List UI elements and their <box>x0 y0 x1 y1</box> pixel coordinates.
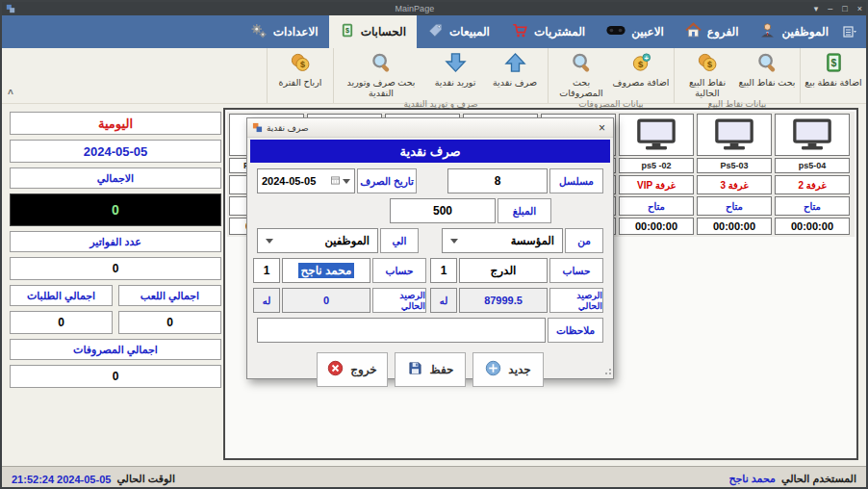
chevron-down-icon <box>343 179 350 184</box>
window-list-icon[interactable] <box>839 15 860 48</box>
expenses-total-label: اجمالي المصروفات <box>10 339 221 360</box>
exit-button-label: خروج <box>350 363 377 376</box>
station-name: Ps5-03 <box>697 158 772 173</box>
station-card[interactable]: ps5-04 غرفة 2 متاح 00:00:00 <box>775 114 850 235</box>
exit-button[interactable]: خروج <box>317 352 388 387</box>
current-time-group: الوقت الحالي 2024-05-05 21:52:24 <box>12 473 175 485</box>
svg-text:$: $ <box>706 60 711 69</box>
tab-players[interactable]: الاعبين <box>596 15 675 48</box>
station-name: ps5-04 <box>775 158 850 173</box>
from-combobox[interactable]: المؤسسة <box>442 228 563 253</box>
station-timer: 00:00:00 <box>775 218 850 235</box>
from-label: من <box>565 228 603 253</box>
total-value-display: 0 <box>10 193 221 226</box>
orders-total-label: اجمالي الطلبات <box>10 285 113 306</box>
arrow-down-icon <box>445 51 467 77</box>
from-account-field[interactable]: الدرج <box>459 258 548 283</box>
save-button-label: حفظ <box>430 363 454 376</box>
minimize-button[interactable]: – <box>828 2 832 15</box>
ribbon-item-search-pos[interactable]: بحث نقاط البيع <box>737 48 797 89</box>
station-status: متاح <box>619 196 694 216</box>
gamepad-icon <box>606 24 625 39</box>
to-combobox[interactable]: الموظفين <box>257 228 378 253</box>
home-icon <box>685 22 702 41</box>
current-user-group: المستخدم الحالي محمد ناجح <box>728 473 856 485</box>
total-label: الاجمالي <box>10 167 221 189</box>
monitor-icon <box>619 114 694 156</box>
station-name: ps5 -02 <box>619 158 694 173</box>
to-account-number[interactable]: 1 <box>253 258 280 283</box>
tab-employees[interactable]: الموظفين <box>749 15 839 48</box>
ribbon-item-add-expense[interactable]: $+ اضافة مصروف <box>611 48 671 89</box>
search-icon <box>370 51 393 77</box>
dialog-close-icon[interactable]: × <box>596 122 608 134</box>
save-button[interactable]: حفظ <box>395 352 466 387</box>
daily-title: اليومية <box>10 112 221 135</box>
serial-field[interactable]: 8 <box>447 168 548 193</box>
new-button[interactable]: جديد <box>472 352 544 387</box>
monitor-icon <box>775 114 850 156</box>
titlebar-menu-caret[interactable]: ▾ <box>814 2 819 15</box>
ribbon-item-cash-in[interactable]: توريد نقدية <box>425 48 485 89</box>
tab-branches[interactable]: الفروع <box>675 15 750 48</box>
resize-grip[interactable] <box>603 369 611 376</box>
dialog-icon <box>252 122 263 133</box>
amount-field[interactable]: 500 <box>390 198 496 223</box>
dialog-title-bar: صرف نقدية × <box>247 118 613 138</box>
close-button[interactable]: × <box>857 2 862 15</box>
ribbon-item-current-pos[interactable]: $ نقاط البيع الحالية <box>677 48 737 99</box>
ribbon-group-caption: صرف و توريد النقدية <box>337 99 545 109</box>
from-account-label: حساب <box>549 258 603 283</box>
tab-accounts-label: الحسابات <box>361 25 406 39</box>
station-card[interactable]: ps5 -02 غرفة VIP متاح 00:00:00 <box>619 114 694 235</box>
station-status: متاح <box>697 196 772 216</box>
tab-branches-label: الفروع <box>707 25 739 39</box>
title-bar: MainPage ▾ – □ × <box>2 2 866 15</box>
cart-icon <box>511 22 528 41</box>
ribbon-item-search-cash[interactable]: بحث صرف وتوريد النقدية <box>337 48 425 99</box>
tab-settings[interactable]: الاعدادات <box>240 15 329 48</box>
station-room: غرفة VIP <box>619 175 694 194</box>
ribbon-item-label: اضافة نقطة بيع <box>804 78 861 89</box>
from-balance-value: 87999.5 <box>459 288 548 313</box>
svg-text:$: $ <box>299 60 304 69</box>
current-time-label: الوقت الحالي <box>116 473 175 485</box>
arrow-up-icon <box>504 51 526 77</box>
amount-label: المبلغ <box>498 198 551 223</box>
save-icon <box>407 360 423 379</box>
tab-sales[interactable]: المبيعات <box>417 15 500 48</box>
search-icon <box>756 51 779 77</box>
ribbon-item-period-profits[interactable]: $ ارباح الفترة <box>270 48 330 89</box>
selected-text: محمد ناجح <box>298 263 355 278</box>
station-timer: 00:00:00 <box>619 218 694 235</box>
ribbon-item-label: توريد نقدية <box>435 78 476 89</box>
plus-circle-icon <box>485 360 501 379</box>
invoices-label: عدد الفواتير <box>10 231 221 252</box>
pos-add-icon: $ <box>823 51 845 77</box>
from-balance-side: له <box>430 288 457 313</box>
tab-accounts[interactable]: الحسابات $ <box>329 15 417 48</box>
maximize-button[interactable]: □ <box>842 2 847 15</box>
status-bar: المستخدم الحالي محمد ناجح الوقت الحالي 2… <box>2 466 866 489</box>
from-account-number[interactable]: 1 <box>430 258 457 283</box>
ribbon-item-add-pos[interactable]: $ اضافة نقطة بيع <box>804 48 863 89</box>
ribbon-item-label: اضافة مصروف <box>613 78 670 89</box>
tab-settings-label: الاعدادات <box>273 25 319 39</box>
ribbon-collapse-chevron[interactable]: ^ <box>8 89 13 99</box>
app-icon <box>6 4 15 13</box>
ribbon-item-search-expenses[interactable]: بحث المصروفات <box>551 48 611 99</box>
person-icon <box>759 22 776 41</box>
svg-text:$: $ <box>637 59 643 69</box>
notes-field[interactable] <box>257 318 546 343</box>
cash-disbursement-dialog: صرف نقدية × صرف نقدية مسلسل 8 تاريخ الصر… <box>246 117 614 379</box>
station-card[interactable]: Ps5-03 غرفة 3 متاح 00:00:00 <box>697 114 772 235</box>
station-timer: 00:00:00 <box>697 218 772 235</box>
invoices-value: 0 <box>10 257 221 280</box>
ribbon-group-profits: $ ارباح الفترة <box>267 48 333 103</box>
ribbon-group-caption <box>270 90 330 103</box>
date-picker[interactable]: 2024-05-05 <box>257 168 355 193</box>
ribbon-item-cash-out[interactable]: صرف نقدية <box>485 48 545 89</box>
to-account-field[interactable]: محمد ناجح <box>282 258 370 283</box>
ribbon-group-pos-data: بحث نقاط البيع $ نقاط البيع الحالية بيان… <box>674 48 800 103</box>
tab-purchases[interactable]: المشتريات <box>500 15 596 48</box>
